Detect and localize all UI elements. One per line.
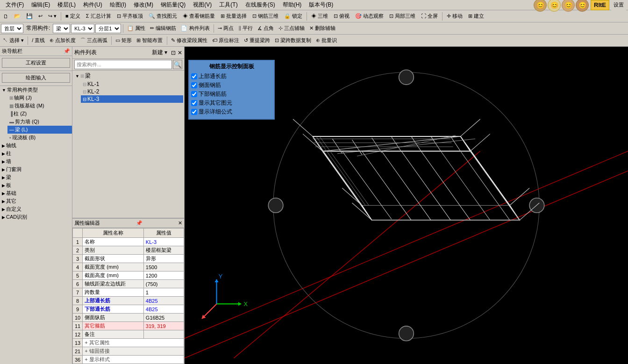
menu-tools[interactable]: 工具(T) xyxy=(215,0,241,10)
btn-smart-place[interactable]: ⊞ 智能布置 xyxy=(135,36,164,46)
btn-point-angle[interactable]: ∡ 点角 xyxy=(256,23,276,34)
cb-lower-rebar-input[interactable] xyxy=(191,91,197,97)
prop-val-4[interactable]: 1500 xyxy=(143,263,184,271)
menu-component[interactable]: 构件(U) xyxy=(79,0,106,10)
prop-val-3[interactable]: 异形 xyxy=(143,255,184,263)
tree-wall2[interactable]: ▶墙 xyxy=(0,157,72,165)
btn-del-aux[interactable]: ✕ 删除辅轴 xyxy=(307,23,337,34)
btn-undo[interactable]: ↩ xyxy=(36,11,45,21)
btn-two-point[interactable]: ⊸ 两点 xyxy=(216,23,236,34)
prop-expand-13[interactable]: + 其它属性 xyxy=(83,339,184,347)
prop-val-1[interactable]: KL-3 xyxy=(143,238,184,246)
menu-floor[interactable]: 楼层(L) xyxy=(54,0,79,10)
btn-dynamic-view[interactable]: 🎯 动态观察 xyxy=(353,11,386,21)
menu-draw[interactable]: 绘图(I) xyxy=(106,0,130,10)
btn-save[interactable]: 💾 xyxy=(24,11,35,21)
btn-parallel[interactable]: ∥ 平行 xyxy=(236,23,255,34)
menu-edit[interactable]: 编辑(E) xyxy=(28,0,54,10)
btn-project-settings[interactable]: 工程设置 xyxy=(2,58,70,68)
menu-view[interactable]: 视图(V) xyxy=(189,0,215,10)
btn-select[interactable]: ↖ 选择 ▾ xyxy=(1,36,26,46)
table-row[interactable]: 21 + 锚固搭接 xyxy=(73,347,184,356)
cb-detail-formula[interactable]: 显示详细公式 xyxy=(191,108,272,116)
tree-slab[interactable]: ▪ 现浇板 (B) xyxy=(7,134,72,142)
cb-side-rebar-input[interactable] xyxy=(191,82,197,88)
mid-panel-new[interactable]: 新建 ▾ xyxy=(152,49,167,57)
btn-open[interactable]: 📂 xyxy=(12,11,23,21)
cb-other-elem[interactable]: 显示其它图元 xyxy=(191,99,272,107)
menu-online[interactable]: 在线服务(S) xyxy=(242,0,279,10)
component-name-select[interactable]: KL-3 xyxy=(71,24,94,33)
tree-col2[interactable]: ▶柱 xyxy=(0,150,72,157)
btn-rebar-3d[interactable]: ⊡ 钢筋三维 xyxy=(250,11,281,21)
prop-val-9[interactable]: 4B25 xyxy=(143,305,184,314)
btn-modify-beam-prop[interactable]: ✎ 修改梁段属性 xyxy=(169,36,209,46)
btn-calc[interactable]: Σ 汇总计算 xyxy=(84,11,114,21)
tree-kl1[interactable]: ⊟ KL-1 xyxy=(81,80,183,88)
btn-define[interactable]: ■ 定义 xyxy=(63,11,83,21)
btn-line[interactable]: / 直线 xyxy=(30,36,47,46)
tree-slab2[interactable]: ▶板 xyxy=(0,181,72,189)
btn-view-rebar[interactable]: ◈ 查看钢筋量 xyxy=(180,11,217,21)
component-type-select[interactable]: 梁 xyxy=(53,24,70,33)
rite-badge[interactable]: RItE xyxy=(591,0,609,10)
mid-panel-close[interactable]: ✕ xyxy=(178,50,182,56)
props-panel-pin[interactable]: 📌 xyxy=(136,220,143,226)
tree-axisline[interactable]: ▶轴线 xyxy=(0,142,72,150)
prop-val-8[interactable]: 4B25 xyxy=(143,297,184,305)
btn-batch-select[interactable]: ⊞ 批量选择 xyxy=(218,11,249,21)
btn-fullscreen[interactable]: ⛶ 全屏 xyxy=(419,11,440,21)
menu-version[interactable]: 版本号(B) xyxy=(305,0,337,10)
tree-beam-root[interactable]: ▼ ⊞ 梁 xyxy=(73,71,183,80)
settings-btn[interactable]: 设置 xyxy=(611,0,626,10)
tree-door-window[interactable]: ▶门窗洞 xyxy=(0,165,72,173)
btn-edit-rebar[interactable]: ✏ 编辑钢筋 xyxy=(148,23,178,34)
tree-raft[interactable]: ▦ 筏板基础 (M) xyxy=(7,102,72,110)
tree-cad[interactable]: ▶CAD识别 xyxy=(0,213,72,221)
search-input[interactable] xyxy=(74,60,172,69)
tree-foundation[interactable]: ▶基础 xyxy=(0,189,72,197)
btn-point-add-len[interactable]: ⊕ 点加长度 xyxy=(48,36,78,46)
prop-val-5[interactable]: 1200 xyxy=(143,271,184,280)
cb-upper-rebar[interactable]: 上部通长筋 xyxy=(191,72,272,80)
tree-custom[interactable]: ▶自定义 xyxy=(0,205,72,213)
btn-component-list[interactable]: 📄 构件列表 xyxy=(179,23,211,34)
table-row[interactable]: 13 + 其它属性 xyxy=(73,339,184,347)
btn-local-3d[interactable]: ⊡ 局部三维 xyxy=(387,11,418,21)
btn-batch-recog[interactable]: ⊕ 批量识 xyxy=(314,36,339,46)
table-row[interactable]: 36 + 显示样式 xyxy=(73,356,184,364)
btn-new[interactable]: 🗋 xyxy=(1,11,11,21)
layer-select[interactable]: 分层1 xyxy=(95,24,121,33)
search-btn[interactable]: 🔍 xyxy=(173,60,182,69)
menu-help[interactable]: 帮助(H) xyxy=(279,0,306,10)
tree-beam[interactable]: — 梁 (L) xyxy=(7,126,72,134)
tree-kl3[interactable]: ⊟ KL-3 xyxy=(81,95,183,103)
btn-copy-span[interactable]: ⊡ 梁跨数据复制 xyxy=(273,36,313,46)
tree-kl2[interactable]: ⊟ KL-2 xyxy=(81,88,183,95)
left-panel-pin[interactable]: 📌 xyxy=(64,48,70,54)
prop-val-11[interactable]: 319, 319 xyxy=(143,322,184,330)
btn-lock[interactable]: 🔒 锁定 xyxy=(282,11,305,21)
btn-top-view[interactable]: ⊡ 俯视 xyxy=(331,11,352,21)
tree-common-root[interactable]: ▼ 常用构件类型 xyxy=(0,86,72,94)
prop-val-6[interactable]: (750) xyxy=(143,280,184,288)
menu-modify[interactable]: 修改(M) xyxy=(130,0,157,10)
btn-3d[interactable]: ◈ 三维 xyxy=(309,11,330,21)
btn-move[interactable]: ✛ 移动 xyxy=(444,11,465,21)
tree-wall[interactable]: ▬ 剪力墙 (Q) xyxy=(7,118,72,126)
btn-find[interactable]: 🔍 查找图元 xyxy=(146,11,179,21)
btn-original-mark[interactable]: 🏷 原位标注 xyxy=(210,36,241,46)
btn-redo[interactable]: ↪ ▾ xyxy=(46,11,59,21)
prop-val-2[interactable]: 楼层框架梁 xyxy=(143,246,184,255)
btn-build[interactable]: ⊞ 建立 xyxy=(466,11,486,21)
btn-three-point-aux[interactable]: ⊹ 三点辅轴 xyxy=(277,23,307,34)
cb-lower-rebar[interactable]: 下部钢筋筋 xyxy=(191,90,272,98)
cb-detail-formula-input[interactable] xyxy=(191,109,197,115)
menu-file[interactable]: 文件(F) xyxy=(2,0,28,10)
cb-upper-rebar-input[interactable] xyxy=(191,73,197,79)
prop-val-10[interactable]: G16B25 xyxy=(143,314,184,322)
btn-re-beam[interactable]: ↺ 重提梁跨 xyxy=(242,36,272,46)
prop-expand-36[interactable]: + 显示样式 xyxy=(83,356,184,364)
tree-beam2[interactable]: ▶梁 xyxy=(0,173,72,181)
tree-axis[interactable]: ⊞ 轴网 (J) xyxy=(7,94,72,102)
